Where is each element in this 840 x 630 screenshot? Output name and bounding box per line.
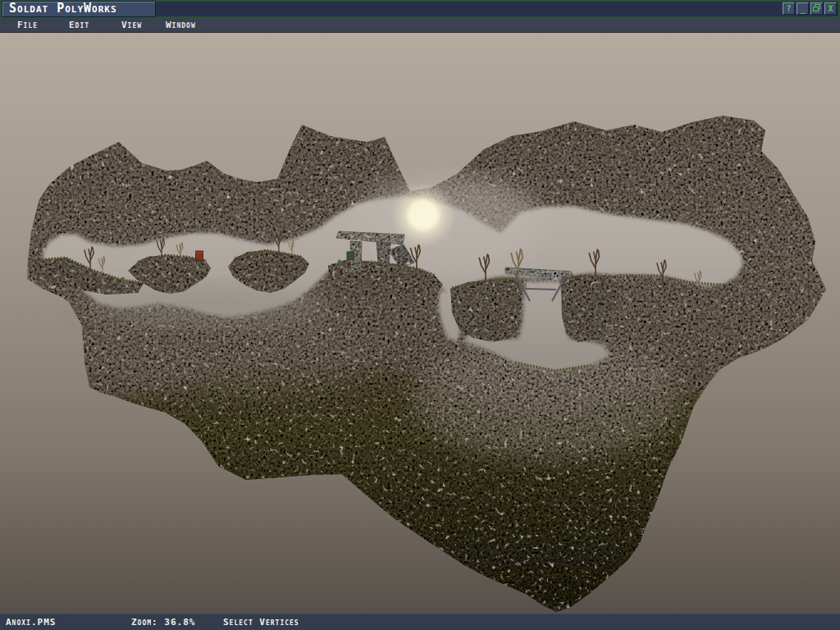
moon (409, 200, 439, 231)
restore-button[interactable] (810, 2, 823, 15)
menu-window[interactable]: Window (166, 18, 196, 32)
close-button[interactable]: X (824, 2, 837, 15)
statusbar: Anoxi.PMS Zoom: 36.8% Select Vertices (0, 614, 840, 630)
close-icon: X (828, 4, 833, 13)
menu-view[interactable]: View (121, 18, 142, 32)
title-panel: Soldat PolyWorks (2, 1, 156, 17)
menu-file[interactable]: File (17, 18, 38, 32)
titlebar[interactable]: Soldat PolyWorks ? _ X (0, 0, 840, 18)
status-zoom: Zoom: 36.8% (131, 614, 195, 630)
menubar: File Edit View Window (0, 18, 840, 33)
window-controls: ? _ X (783, 2, 837, 15)
status-mode: Select Vertices (223, 614, 299, 630)
menu-edit[interactable]: Edit (69, 18, 89, 32)
help-icon: ? (786, 4, 791, 13)
green-crate (347, 252, 354, 260)
map-canvas[interactable] (0, 33, 840, 614)
app-window: Soldat PolyWorks ? _ X File Edit View Wi… (0, 0, 840, 630)
help-button[interactable]: ? (783, 2, 795, 15)
restore-icon (813, 4, 820, 11)
minimize-button[interactable]: _ (797, 2, 809, 15)
status-filename: Anoxi.PMS (6, 614, 56, 630)
app-title: Soldat PolyWorks (9, 2, 157, 16)
minimize-icon: _ (800, 4, 805, 13)
